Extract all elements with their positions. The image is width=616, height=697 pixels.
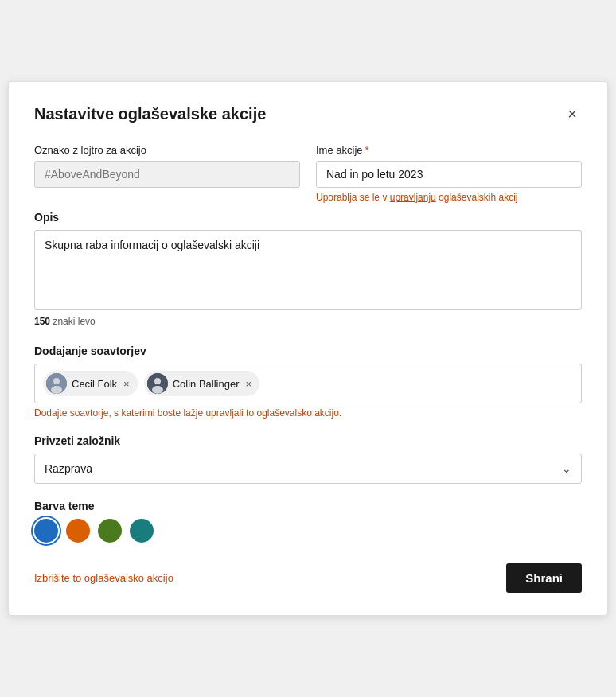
top-fields-row: Oznako z lojtro za akcijo Ime akcije* Up… <box>34 144 582 203</box>
close-button[interactable]: × <box>563 104 582 123</box>
svg-point-5 <box>152 386 163 394</box>
campaign-name-hint: Uporablja se le v upravljanju oglaševals… <box>316 192 582 203</box>
coauthors-label: Dodajanje soavtorjev <box>34 345 582 357</box>
coauthor-name-cecil: Cecil Folk <box>72 378 117 390</box>
char-count: 150 znaki levo <box>34 316 582 327</box>
avatar-cecil <box>46 373 67 394</box>
colors-row <box>34 519 582 543</box>
campaign-name-label: Ime akcije* <box>316 144 582 156</box>
delete-button[interactable]: Izbrišite to oglaševalsko akcijo <box>34 572 173 584</box>
description-section: Opis Skupna raba informacij o oglaševals… <box>34 211 582 327</box>
publisher-value: Razprava <box>45 462 92 475</box>
dialog-title: Nastavitve oglaševalske akcije <box>34 105 266 123</box>
chevron-down-icon: ⌄ <box>562 462 571 475</box>
svg-point-2 <box>51 386 62 394</box>
description-label: Opis <box>34 211 582 224</box>
campaign-name-input[interactable] <box>316 161 582 188</box>
campaign-name-group: Ime akcije* Uporablja se le v upravljanj… <box>316 144 582 203</box>
remove-colin-button[interactable]: × <box>244 379 254 389</box>
save-button[interactable]: Shrani <box>506 563 582 593</box>
remove-cecil-button[interactable]: × <box>122 379 131 389</box>
svg-point-1 <box>53 378 60 384</box>
coauthors-section: Dodajanje soavtorjev Cecil Folk × <box>34 345 582 419</box>
publisher-select[interactable]: Razprava ⌄ <box>34 454 582 484</box>
dialog-header: Nastavitve oglaševalske akcije × <box>34 104 582 123</box>
color-green[interactable] <box>98 519 122 543</box>
description-textarea[interactable]: Skupna raba informacij o oglaševalski ak… <box>34 230 582 310</box>
svg-point-4 <box>154 378 161 384</box>
publisher-label: Privzeti založnik <box>34 434 582 447</box>
theme-section: Barva teme <box>34 500 582 543</box>
color-orange[interactable] <box>66 519 90 543</box>
hashtag-input[interactable] <box>34 161 300 188</box>
coauthor-tag-cecil: Cecil Folk × <box>43 371 138 396</box>
coauthors-hint: Dodajte soavtorje, s katerimi boste lažj… <box>34 407 582 419</box>
coauthors-input[interactable]: Cecil Folk × Colin Ballinger × <box>34 364 582 403</box>
publisher-section: Privzeti založnik Razprava ⌄ <box>34 434 582 484</box>
color-teal[interactable] <box>130 519 154 543</box>
hashtag-group: Oznako z lojtro za akcijo <box>34 144 300 203</box>
settings-dialog: Nastavitve oglaševalske akcije × Oznako … <box>8 81 608 616</box>
color-blue[interactable] <box>34 519 58 543</box>
coauthor-name-colin: Colin Ballinger <box>173 378 240 390</box>
coauthor-tag-colin: Colin Ballinger × <box>144 371 259 396</box>
avatar-colin <box>147 373 168 394</box>
dialog-footer: Izbrišite to oglaševalsko akcijo Shrani <box>34 563 582 593</box>
theme-label: Barva teme <box>34 500 582 512</box>
hashtag-label: Oznako z lojtro za akcijo <box>34 144 300 156</box>
